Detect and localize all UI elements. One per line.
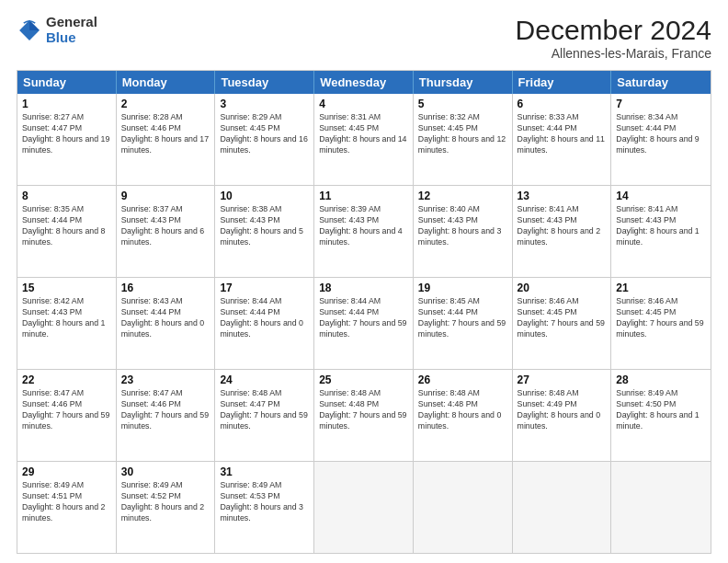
month-title: December 2024 [516, 15, 711, 46]
week-row-4: 22Sunrise: 8:47 AM Sunset: 4:46 PM Dayli… [17, 370, 711, 462]
day-info-25: Sunrise: 8:48 AM Sunset: 4:48 PM Dayligh… [319, 388, 408, 432]
day-info-13: Sunrise: 8:41 AM Sunset: 4:43 PM Dayligh… [518, 204, 607, 248]
day-info-28: Sunrise: 8:49 AM Sunset: 4:50 PM Dayligh… [616, 388, 706, 432]
day-header-monday: Monday [117, 71, 216, 94]
day-info-29: Sunrise: 8:49 AM Sunset: 4:51 PM Dayligh… [22, 480, 111, 524]
day-info-31: Sunrise: 8:49 AM Sunset: 4:53 PM Dayligh… [220, 480, 309, 524]
title-block: December 2024 Allennes-les-Marais, Franc… [516, 15, 711, 61]
logo-icon [17, 17, 42, 43]
day-cell-1: 1Sunrise: 8:27 AM Sunset: 4:47 PM Daylig… [17, 94, 117, 185]
day-cell-22: 22Sunrise: 8:47 AM Sunset: 4:46 PM Dayli… [17, 370, 117, 461]
calendar: SundayMondayTuesdayWednesdayThursdayFrid… [17, 70, 711, 554]
calendar-header: SundayMondayTuesdayWednesdayThursdayFrid… [17, 71, 711, 94]
day-number-25: 25 [319, 373, 408, 386]
day-cell-7: 7Sunrise: 8:34 AM Sunset: 4:44 PM Daylig… [611, 94, 711, 185]
day-info-2: Sunrise: 8:28 AM Sunset: 4:46 PM Dayligh… [121, 112, 210, 156]
day-cell-27: 27Sunrise: 8:48 AM Sunset: 4:49 PM Dayli… [513, 370, 612, 461]
header: General Blue December 2024 Allennes-les-… [17, 15, 711, 61]
day-number-28: 28 [616, 373, 706, 386]
week-row-5: 29Sunrise: 8:49 AM Sunset: 4:51 PM Dayli… [17, 462, 711, 553]
week-row-2: 8Sunrise: 8:35 AM Sunset: 4:44 PM Daylig… [17, 186, 711, 278]
day-info-9: Sunrise: 8:37 AM Sunset: 4:43 PM Dayligh… [121, 204, 210, 248]
day-number-31: 31 [220, 465, 309, 478]
day-number-13: 13 [518, 190, 607, 202]
day-number-10: 10 [220, 190, 309, 202]
day-number-18: 18 [319, 282, 408, 294]
empty-cell [314, 462, 414, 553]
day-info-19: Sunrise: 8:45 AM Sunset: 4:44 PM Dayligh… [418, 296, 507, 340]
day-number-4: 4 [319, 98, 408, 110]
day-info-23: Sunrise: 8:47 AM Sunset: 4:46 PM Dayligh… [121, 388, 210, 432]
day-number-23: 23 [121, 373, 210, 386]
day-header-thursday: Thursday [414, 71, 513, 94]
day-cell-4: 4Sunrise: 8:31 AM Sunset: 4:45 PM Daylig… [314, 94, 414, 185]
day-number-20: 20 [518, 282, 607, 294]
day-cell-17: 17Sunrise: 8:44 AM Sunset: 4:44 PM Dayli… [215, 278, 314, 369]
day-cell-26: 26Sunrise: 8:48 AM Sunset: 4:48 PM Dayli… [414, 370, 513, 461]
day-cell-16: 16Sunrise: 8:43 AM Sunset: 4:44 PM Dayli… [117, 278, 216, 369]
day-number-30: 30 [121, 465, 210, 478]
day-info-10: Sunrise: 8:38 AM Sunset: 4:43 PM Dayligh… [220, 204, 309, 248]
day-cell-25: 25Sunrise: 8:48 AM Sunset: 4:48 PM Dayli… [314, 370, 414, 461]
day-number-9: 9 [121, 190, 210, 202]
day-cell-10: 10Sunrise: 8:38 AM Sunset: 4:43 PM Dayli… [215, 186, 314, 277]
day-cell-3: 3Sunrise: 8:29 AM Sunset: 4:45 PM Daylig… [215, 94, 314, 185]
day-info-27: Sunrise: 8:48 AM Sunset: 4:49 PM Dayligh… [518, 388, 607, 432]
day-info-14: Sunrise: 8:41 AM Sunset: 4:43 PM Dayligh… [616, 204, 706, 248]
day-cell-30: 30Sunrise: 8:49 AM Sunset: 4:52 PM Dayli… [117, 462, 216, 553]
day-cell-28: 28Sunrise: 8:49 AM Sunset: 4:50 PM Dayli… [611, 370, 711, 461]
day-info-20: Sunrise: 8:46 AM Sunset: 4:45 PM Dayligh… [518, 296, 607, 340]
day-info-1: Sunrise: 8:27 AM Sunset: 4:47 PM Dayligh… [22, 112, 111, 156]
day-number-24: 24 [220, 373, 309, 386]
day-cell-31: 31Sunrise: 8:49 AM Sunset: 4:53 PM Dayli… [215, 462, 314, 553]
day-info-3: Sunrise: 8:29 AM Sunset: 4:45 PM Dayligh… [220, 112, 309, 156]
day-cell-13: 13Sunrise: 8:41 AM Sunset: 4:43 PM Dayli… [513, 186, 612, 277]
day-cell-19: 19Sunrise: 8:45 AM Sunset: 4:44 PM Dayli… [414, 278, 513, 369]
day-cell-12: 12Sunrise: 8:40 AM Sunset: 4:43 PM Dayli… [414, 186, 513, 277]
day-cell-29: 29Sunrise: 8:49 AM Sunset: 4:51 PM Dayli… [17, 462, 117, 553]
week-row-3: 15Sunrise: 8:42 AM Sunset: 4:43 PM Dayli… [17, 278, 711, 370]
day-info-6: Sunrise: 8:33 AM Sunset: 4:44 PM Dayligh… [518, 112, 607, 156]
calendar-body: 1Sunrise: 8:27 AM Sunset: 4:47 PM Daylig… [17, 94, 711, 553]
day-cell-8: 8Sunrise: 8:35 AM Sunset: 4:44 PM Daylig… [17, 186, 117, 277]
day-cell-2: 2Sunrise: 8:28 AM Sunset: 4:46 PM Daylig… [117, 94, 216, 185]
empty-cell [611, 462, 711, 553]
day-info-4: Sunrise: 8:31 AM Sunset: 4:45 PM Dayligh… [319, 112, 408, 156]
day-info-16: Sunrise: 8:43 AM Sunset: 4:44 PM Dayligh… [121, 296, 210, 340]
day-cell-9: 9Sunrise: 8:37 AM Sunset: 4:43 PM Daylig… [117, 186, 216, 277]
day-info-30: Sunrise: 8:49 AM Sunset: 4:52 PM Dayligh… [121, 480, 210, 524]
day-header-sunday: Sunday [17, 71, 117, 94]
day-cell-15: 15Sunrise: 8:42 AM Sunset: 4:43 PM Dayli… [17, 278, 117, 369]
empty-cell [513, 462, 612, 553]
day-number-19: 19 [418, 282, 507, 294]
day-number-1: 1 [22, 98, 111, 110]
page: General Blue December 2024 Allennes-les-… [0, 0, 728, 563]
day-header-saturday: Saturday [611, 71, 711, 94]
week-row-1: 1Sunrise: 8:27 AM Sunset: 4:47 PM Daylig… [17, 94, 711, 186]
day-info-21: Sunrise: 8:46 AM Sunset: 4:45 PM Dayligh… [616, 296, 706, 340]
day-number-8: 8 [22, 190, 111, 202]
day-number-26: 26 [418, 373, 507, 386]
day-info-26: Sunrise: 8:48 AM Sunset: 4:48 PM Dayligh… [418, 388, 507, 432]
day-number-22: 22 [22, 373, 111, 386]
day-number-12: 12 [418, 190, 507, 202]
day-number-11: 11 [319, 190, 408, 202]
logo: General Blue [17, 15, 97, 45]
day-cell-20: 20Sunrise: 8:46 AM Sunset: 4:45 PM Dayli… [513, 278, 612, 369]
day-cell-24: 24Sunrise: 8:48 AM Sunset: 4:47 PM Dayli… [215, 370, 314, 461]
day-cell-5: 5Sunrise: 8:32 AM Sunset: 4:45 PM Daylig… [414, 94, 513, 185]
day-number-16: 16 [121, 282, 210, 294]
day-number-17: 17 [220, 282, 309, 294]
day-number-7: 7 [616, 98, 706, 110]
logo-text: General Blue [46, 15, 97, 45]
day-number-27: 27 [518, 373, 607, 386]
day-info-18: Sunrise: 8:44 AM Sunset: 4:44 PM Dayligh… [319, 296, 408, 340]
day-number-15: 15 [22, 282, 111, 294]
day-cell-18: 18Sunrise: 8:44 AM Sunset: 4:44 PM Dayli… [314, 278, 414, 369]
day-header-friday: Friday [513, 71, 612, 94]
day-info-22: Sunrise: 8:47 AM Sunset: 4:46 PM Dayligh… [22, 388, 111, 432]
day-cell-14: 14Sunrise: 8:41 AM Sunset: 4:43 PM Dayli… [611, 186, 711, 277]
day-cell-11: 11Sunrise: 8:39 AM Sunset: 4:43 PM Dayli… [314, 186, 414, 277]
day-header-wednesday: Wednesday [314, 71, 414, 94]
day-info-15: Sunrise: 8:42 AM Sunset: 4:43 PM Dayligh… [22, 296, 111, 340]
